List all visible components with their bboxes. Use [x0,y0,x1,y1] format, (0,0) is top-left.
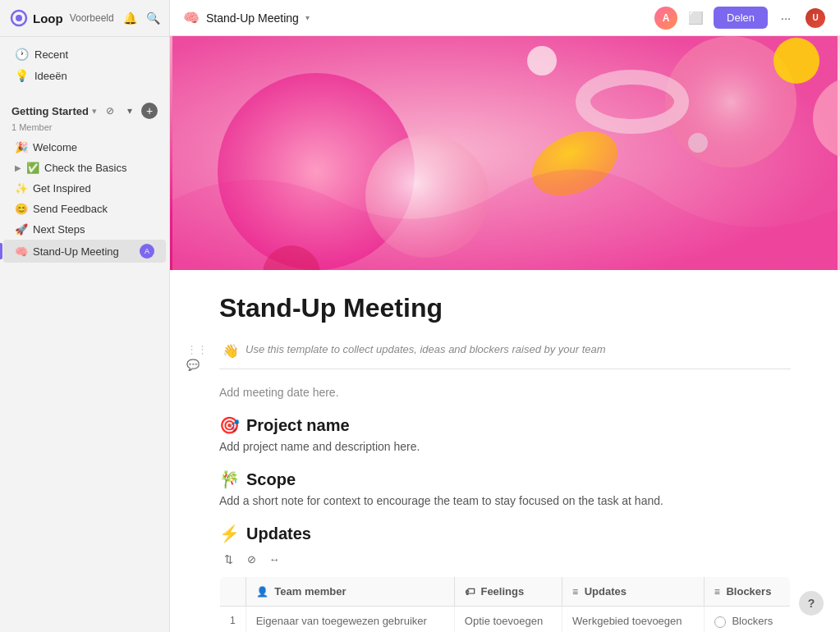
sidebar-item-check-basics-label: Check the Basics [44,162,126,174]
project-name-title: Project name [246,416,350,435]
updates-title: Updates [246,524,311,543]
sidebar-item-send-feedback[interactable]: 😊 Send Feedback [3,199,166,219]
check-basics-chevron-icon: ▶ [15,163,21,172]
sidebar-item-next-steps-label: Next Steps [33,223,85,236]
svg-point-9 [773,38,819,84]
user-profile-button[interactable]: U [804,7,827,30]
meeting-date-placeholder[interactable]: Add meeting date here. [219,386,791,399]
sidebar-item-check-basics[interactable]: ▶ ✅ Check the Basics [3,158,166,178]
sidebar-item-stand-up-label: Stand-Up Meeting [33,245,119,258]
share-button[interactable]: Delen [714,7,768,29]
check-basics-icon: ✅ [26,162,39,174]
team-member-header: 👤 Team member [246,577,454,607]
sidebar-item-ideas-label: Ideeën [34,70,67,82]
sidebar-item-next-steps[interactable]: 🚀 Next Steps [3,219,166,240]
loop-logo-icon [10,9,28,27]
table-expand-button[interactable]: ↔ [265,550,283,568]
hero-image [170,36,840,270]
send-feedback-icon: 😊 [15,203,28,215]
add-page-button[interactable]: + [141,103,158,119]
row-1-updates[interactable]: Werkgebied toevoegen [562,607,705,633]
tip-section: ⋮⋮ 💬 👋 Use this template to collect upda… [219,343,791,359]
table-toolbar: ⇅ ⊘ ↔ [219,548,791,570]
more-options-button[interactable]: ··· [774,7,797,30]
table-filter-button[interactable]: ⊘ [242,550,260,568]
drag-icon: ⋮⋮ [186,343,208,355]
updates-icon: ⚡ [219,524,240,543]
search-icon-button[interactable]: 🔍 [144,8,163,28]
template-tip: 👋 Use this template to collect updates, … [219,343,791,359]
breadcrumb-chevron-icon: ▾ [305,13,310,22]
blocker-circle-icon [714,616,726,628]
team-member-header-label: Team member [274,585,346,598]
user-avatar: A [654,7,677,30]
sidebar: Loop Voorbeeld 🔔 🔍 ⊞ 🕐 Recent 💡 Ideeën G… [0,0,170,632]
sidebar-item-ideas[interactable]: 💡 Ideeën [3,65,166,86]
sidebar-item-recent-label: Recent [34,48,68,61]
sidebar-item-send-feedback-label: Send Feedback [33,203,108,215]
get-inspired-icon: ✨ [15,182,28,195]
page-title: Stand-Up Meeting [219,293,791,323]
feelings-header-icon: 🏷 [465,586,475,598]
main-content-area: 🧠 Stand-Up Meeting ▾ A ⬜ Delen ··· U [170,0,840,632]
page-content-scroll[interactable]: Stand-Up Meeting ⋮⋮ 💬 👋 Use this templat… [170,36,840,632]
section-header: Getting Started ▾ ⊘ ▾ + [0,96,169,122]
updates-header-icon: ≡ [572,586,578,598]
bell-icon-button[interactable]: 🔔 [121,8,140,28]
topbar-actions: A ⬜ Delen ··· U [654,7,827,30]
row-1-num: 1 [220,607,246,633]
scope-title: Scope [246,470,296,489]
row-1-team-member[interactable]: Eigenaar van toegewezen gebruiker [246,607,454,633]
svg-point-1 [16,15,22,21]
workspace-name: Voorbeeld [70,12,114,24]
next-steps-icon: 🚀 [15,223,28,236]
section-sort-button[interactable]: ⊘ [102,103,118,119]
app-name: Loop [33,11,63,25]
feelings-header-label: Feelings [480,585,524,598]
sidebar-item-stand-up-meeting[interactable]: 🧠 Stand-Up Meeting A [3,240,166,263]
blockers-header-icon: ≡ [714,586,720,598]
updates-table: 👤 Team member 🏷 Feelings ≡ Updates ≡ [219,576,791,632]
sidebar-item-recent[interactable]: 🕐 Recent [3,44,166,65]
section-title: Getting Started [11,105,92,117]
stand-up-icon: 🧠 [15,245,28,258]
active-indicator [0,243,2,259]
sidebar-header: Loop Voorbeeld 🔔 🔍 ⊞ [0,0,169,37]
section-expand-button[interactable]: ▾ [122,103,138,119]
section-chevron-icon: ▾ [92,106,97,117]
loop-logo[interactable]: Loop [10,9,63,27]
row-1-feelings[interactable]: Optie toevoegen [454,607,562,633]
feelings-header: 🏷 Feelings [454,577,562,607]
row-1-blockers[interactable]: Blockers [704,607,790,633]
profile-avatar: U [806,8,825,28]
section-actions: ⊘ ▾ + [102,103,158,119]
avatar: A [140,244,154,259]
sidebar-item-get-inspired-label: Get Inspired [33,182,91,195]
table-sort-button[interactable]: ⇅ [219,550,237,568]
topbar: 🧠 Stand-Up Meeting ▾ A ⬜ Delen ··· U [170,0,840,36]
sidebar-icon-group: 🔔 🔍 ⊞ [121,8,170,28]
tip-text: Use this template to collect updates, id… [246,343,606,355]
sidebar-item-welcome-label: Welcome [33,141,77,153]
scope-icon: 🎋 [219,469,240,489]
row-1-blockers-text: Blockers [732,615,773,627]
team-member-header-icon: 👤 [256,586,269,598]
updates-header-label: Updates [585,585,627,598]
blockers-header-label: Blockers [726,585,771,598]
sidebar-items-list: 🎉 Welcome ▶ ✅ Check the Basics ✨ Get Ins… [0,137,169,263]
updates-heading: ⚡ Updates [219,524,791,543]
row-num-header [220,577,246,607]
sidebar-nav: 🕐 Recent 💡 Ideeën [0,37,169,93]
export-icon-button[interactable]: ⬜ [684,7,707,30]
project-name-desc[interactable]: Add project name and description here. [219,440,791,453]
ideas-icon: 💡 [15,69,28,82]
margin-icons: ⋮⋮ 💬 [186,343,208,371]
content-divider [219,369,791,369]
welcome-icon: 🎉 [15,141,28,153]
help-button[interactable]: ? [799,591,824,616]
sidebar-item-get-inspired[interactable]: ✨ Get Inspired [3,178,166,199]
sidebar-item-welcome[interactable]: 🎉 Welcome [3,137,166,158]
scope-desc[interactable]: Add a short note for context to encourag… [219,494,791,507]
svg-point-14 [688,133,708,153]
project-name-heading: 🎯 Project name [219,415,791,435]
